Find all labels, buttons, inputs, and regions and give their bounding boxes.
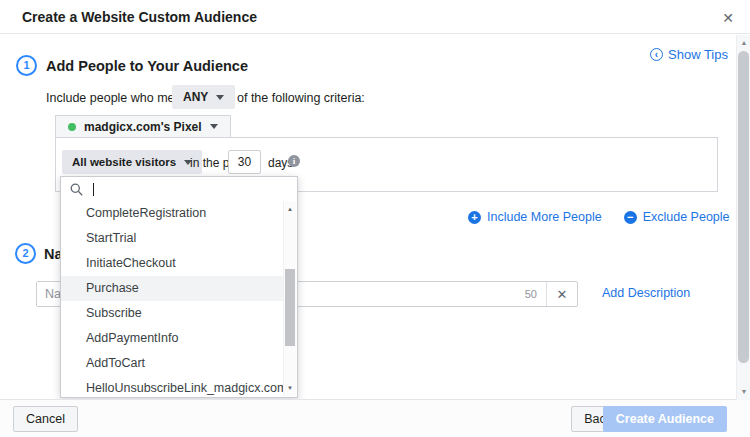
dropdown-scrollbar[interactable]: ▲ ▼	[283, 201, 296, 396]
main-scrollbar[interactable]: ▲ ▼	[736, 35, 750, 400]
tips-icon: ‹	[650, 48, 663, 61]
cancel-button[interactable]: Cancel	[13, 406, 78, 432]
text-cursor	[93, 183, 94, 196]
include-more-people-label: Include More People	[487, 210, 602, 224]
event-type-dropdown[interactable]: All website visitors	[62, 150, 202, 174]
pixel-status-dot-icon	[68, 123, 76, 131]
modal-footer: Cancel Back Create Audience	[0, 399, 750, 437]
criteria-sentence-prefix: Include people who meet	[46, 91, 185, 105]
audience-links: + Include More People − Exclude People	[468, 210, 730, 224]
dropdown-scroll-down-icon[interactable]: ▼	[284, 382, 296, 394]
event-type-value: All website visitors	[72, 156, 176, 168]
event-option[interactable]: Subscribe	[61, 301, 283, 326]
chevron-down-icon	[216, 95, 224, 100]
event-dropdown-panel: CompleteRegistration StartTrial Initiate…	[60, 176, 298, 398]
exclude-people-label: Exclude People	[643, 210, 730, 224]
char-counter: 50	[525, 288, 546, 300]
event-option[interactable]: AddToCart	[61, 351, 283, 376]
match-type-value: ANY	[183, 90, 208, 104]
step-1-badge: 1	[16, 55, 37, 76]
clear-name-icon[interactable]: ✕	[547, 287, 577, 302]
add-description-link[interactable]: Add Description	[602, 286, 690, 300]
event-option-highlighted[interactable]: Purchase	[61, 276, 283, 301]
create-audience-button[interactable]: Create Audience	[603, 406, 727, 432]
step-2-badge: 2	[15, 243, 36, 264]
match-type-dropdown[interactable]: ANY	[172, 85, 235, 109]
event-option[interactable]: StartTrial	[61, 226, 283, 251]
show-tips-link[interactable]: ‹ Show Tips	[650, 47, 728, 62]
include-more-people-link[interactable]: + Include More People	[468, 210, 602, 224]
dropdown-scrollbar-thumb[interactable]	[285, 269, 295, 346]
event-option[interactable]: InitiateCheckout	[61, 251, 283, 276]
main-scrollbar-thumb[interactable]	[738, 51, 749, 363]
info-icon[interactable]: i	[288, 155, 300, 167]
retention-days-input[interactable]	[228, 150, 261, 174]
minus-circle-icon: −	[624, 211, 637, 224]
modal-title: Create a Website Custom Audience	[22, 9, 257, 25]
close-icon[interactable]: ✕	[718, 8, 738, 28]
search-icon	[70, 183, 83, 196]
pixel-selector[interactable]: madgicx.com's Pixel	[55, 115, 231, 138]
dropdown-scroll-up-icon[interactable]: ▲	[284, 203, 296, 215]
exclude-people-link[interactable]: − Exclude People	[624, 210, 730, 224]
chevron-down-icon	[210, 124, 218, 129]
event-option[interactable]: CompleteRegistration	[61, 201, 283, 226]
event-option[interactable]: HelloUnsubscribeLink_madgicx.com	[61, 376, 283, 397]
event-search-input[interactable]	[61, 177, 297, 201]
modal-header: Create a Website Custom Audience ✕	[0, 0, 750, 34]
step-1-title: Add People to Your Audience	[46, 58, 248, 74]
scroll-up-icon[interactable]: ▲	[737, 37, 750, 49]
scroll-down-icon[interactable]: ▼	[737, 386, 750, 398]
event-list: CompleteRegistration StartTrial Initiate…	[61, 201, 283, 397]
show-tips-label: Show Tips	[668, 47, 728, 62]
event-option[interactable]: AddPaymentInfo	[61, 326, 283, 351]
pixel-name: madgicx.com's Pixel	[84, 120, 202, 134]
criteria-sentence-suffix: of the following criteria:	[237, 91, 365, 105]
plus-circle-icon: +	[468, 211, 481, 224]
create-website-custom-audience-modal: Create a Website Custom Audience ✕ ▲ ▼ ‹…	[0, 0, 750, 437]
